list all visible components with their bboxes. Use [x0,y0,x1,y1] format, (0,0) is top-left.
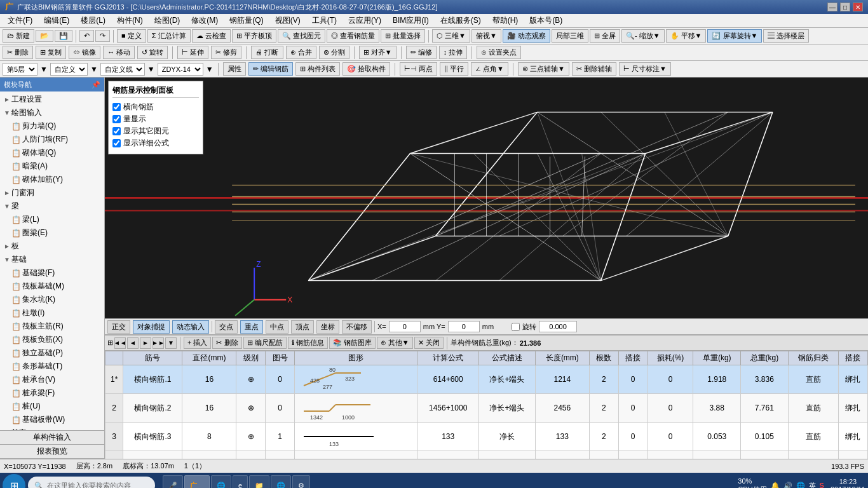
menu-item[interactable]: 修改(M) [186,14,223,27]
taskbar-edge[interactable]: e [233,475,248,488]
sidebar-item-shear[interactable]: 📋剪力墙(Q) [1,119,103,133]
point-angle-btn[interactable]: ∠ 点角▼ [471,62,508,76]
table-row[interactable]: 2横向钢筋.216⊕0 1342 1000 1456+1000净长+端头2456… [105,394,868,423]
sidebar-pin[interactable]: 📌 [92,81,100,89]
property-btn[interactable]: 属性 [223,62,246,76]
pick-btn[interactable]: 🎯 拾取构件 [342,62,390,76]
report-preview-btn[interactable]: 报表预览 [0,445,104,459]
checkbox-formula-input[interactable] [112,139,121,147]
sidebar-item-beam[interactable]: ▼梁 [1,200,103,213]
menu-item[interactable]: 工具(T) [307,14,342,27]
sidebar-item-ind-found[interactable]: 📋独立基础(P) [1,346,103,360]
sidebar-item-foundation[interactable]: ▼基础 [1,253,103,266]
sidebar-item-pile-cap[interactable]: 📋桩承台(V) [1,373,103,386]
view-rebar-btn[interactable]: ◎ 查看钢筋量 [327,29,379,43]
other-btn[interactable]: ⊕ 其他▼ [377,337,413,349]
network-icon[interactable]: 🌐 [796,482,805,489]
nav-first[interactable]: ◄◄ [114,337,126,349]
local3d-btn[interactable]: 局部三维 [552,29,588,43]
checkbox-qty-input[interactable] [112,115,121,123]
copy-btn[interactable]: ⊞ 复制 [36,46,66,59]
menu-item[interactable]: 版本号(B) [524,14,567,27]
move-btn[interactable]: ↔ 移动 [103,46,135,59]
menu-item[interactable]: BIM应用(I) [388,14,434,27]
zoom-out-btn[interactable]: 🔍- 缩放▼ [621,29,665,43]
sidebar-item-pile-beam[interactable]: 📋桩承梁(F) [1,386,103,400]
select-floor-btn[interactable]: ▤ 选择楼层 [763,29,809,43]
menu-item[interactable]: 云应用(Y) [343,14,386,27]
pan-btn[interactable]: ✋ 平移▼ [666,29,707,43]
table-row[interactable]: 4横向钢筋.48⊕1 167 167净长1672000.0660.132直筋绑扎 [105,451,868,459]
align-btn[interactable]: ⊞ 对齐▼ [359,46,397,59]
edit-btn[interactable]: ✏ 编修 [406,46,437,59]
sidebar-item-raft-main[interactable]: 📋筏板主筋(R) [1,320,103,333]
table-row[interactable]: 1*横向钢筋.116⊕0 428 277 323 80 614+600净长+端头… [105,365,868,394]
rotate-checkbox[interactable] [512,323,520,331]
intersect-btn[interactable]: 交点 [215,320,238,334]
edit-rebar-btn[interactable]: ✏ 编辑钢筋 [248,62,293,76]
dynamic-input-btn[interactable]: 动态输入 [172,320,209,334]
sidebar-item-masonry-rebar[interactable]: 📋砌体加筋(Y) [1,173,103,186]
sidebar-item-strip[interactable]: 📋条形基础(T) [1,360,103,373]
rebar-del-btn[interactable]: ✂ 删除 [212,337,241,349]
checkbox-horizontal-input[interactable] [112,103,121,111]
sidebar-item-airdefense[interactable]: 📋人防门墙(RF) [1,133,103,146]
sidebar-item-pit[interactable]: 📋集水坑(K) [1,293,103,306]
close-button[interactable]: ✕ [853,3,863,11]
rebar-table-container[interactable]: 筋号 直径(mm) 级别 图号 图形 计算公式 公式描述 长度(mm) 根数 搭… [105,351,868,459]
menu-item[interactable]: 文件(F) [3,14,37,27]
notify-icon[interactable]: 🔔 [771,482,780,489]
sidebar-item-found-beam[interactable]: 📋基础梁(F) [1,266,103,280]
fullscreen-btn[interactable]: ⊞ 全屏 [590,29,620,43]
sidebar-item-found-band[interactable]: 📋基础板带(W) [1,413,103,426]
sidebar-item-beam-l[interactable]: 📋梁(L) [1,213,103,226]
pull-btn[interactable]: ↕ 拉伸 [439,46,468,59]
member-list-btn[interactable]: ⊞ 构件列表 [295,62,340,76]
menu-item[interactable]: 楼层(L) [76,14,111,27]
checkbox-other-input[interactable] [112,127,121,135]
redo-btn[interactable]: ↷ [95,30,110,42]
menu-item[interactable]: 在线服务(S) [435,14,486,27]
sidebar-item-doors[interactable]: ►门窗洞 [1,186,103,200]
extend-btn[interactable]: ⊢ 延伸 [177,46,208,59]
ortho-btn[interactable]: 正交 [107,320,130,334]
calc-btn[interactable]: Σ 汇总计算 [147,29,191,43]
taskbar-cortana[interactable]: 🎤 [163,475,183,488]
sidebar-item-project[interactable]: ►工程设置 [1,93,103,106]
insert-btn[interactable]: + 插入 [184,337,211,349]
x-input[interactable] [389,321,421,332]
taskbar-settings[interactable]: ⚙ [292,475,310,488]
obj-snap-btn[interactable]: 对象捕捉 [133,320,170,334]
screen-rotate-btn[interactable]: 🔄 屏幕旋转▼ [707,29,762,43]
define-btn[interactable]: ■ 定义 [117,29,146,43]
open-btn[interactable]: 📂 [36,30,53,42]
del-aux-btn[interactable]: ✂ 删除辅轴 [572,62,616,76]
custom-selector[interactable]: 自定义 [50,63,88,76]
nav-last[interactable]: ►► [153,337,164,349]
sidebar-item-slab[interactable]: ►板 [1,240,103,253]
three-point-aux-btn[interactable]: ⊚ 三点辅轴▼ [518,62,569,76]
dynamic-obs-btn[interactable]: 🎥 动态观察 [503,29,550,43]
trim-btn[interactable]: ✂ 修剪 [211,46,241,59]
print-btn[interactable]: 🖨 打断 [251,46,283,59]
view-mode-btn[interactable]: 俯视▼ [471,29,501,43]
new-btn[interactable]: 🗁 新建 [3,29,34,43]
checkbox-qty[interactable]: 量显示 [112,114,199,125]
menu-item[interactable]: 构件(N) [112,14,148,27]
start-button[interactable]: ⊞ [3,474,25,488]
cloud-check-btn[interactable]: ☁ 云检查 [192,29,231,43]
delete-btn[interactable]: ✂ 删除 [3,46,33,59]
single-member-btn[interactable]: 单构件输入 [0,431,104,445]
rotate-input[interactable] [539,321,577,332]
dim-btn[interactable]: ⊢ 尺寸标注▼ [619,62,671,76]
nav-next[interactable]: ► [140,337,151,349]
checkbox-formula[interactable]: 显示详细公式 [112,138,199,149]
taskbar-search[interactable]: 🔍 在这里输入你要搜索的内容 [28,477,155,488]
sidebar-item-hidden-beam[interactable]: 📋暗梁(A) [1,159,103,173]
zdyx-selector[interactable]: ZDYX-14 [158,63,203,76]
parallel-btn[interactable]: ∥ 平行 [440,62,468,76]
menu-item[interactable]: 钢筋量(Q) [224,14,268,27]
taskbar-ie2[interactable]: 🌐 [271,475,291,488]
top-btn[interactable]: 顶点 [291,320,314,334]
close-btn[interactable]: ✕ 关闭 [414,337,444,349]
